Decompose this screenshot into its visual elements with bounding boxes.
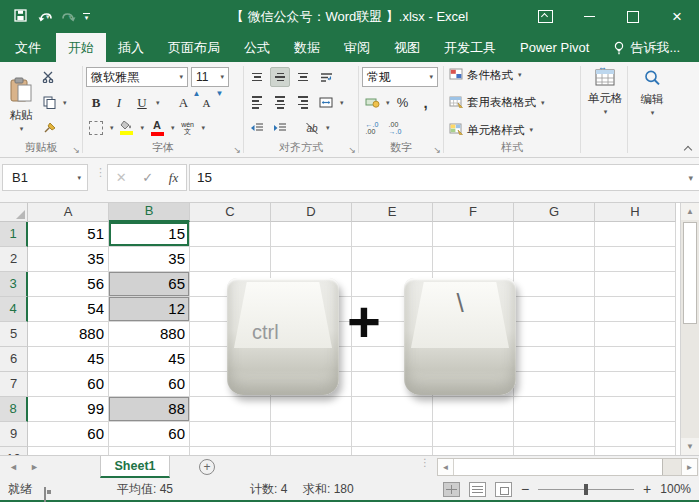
normal-view-icon[interactable] (443, 482, 460, 497)
horizontal-scroll-track[interactable] (663, 459, 681, 475)
increase-decimal-button[interactable]: ←.0.00 (362, 118, 382, 138)
conditional-formatting-button[interactable]: 条件格式 ▾ (447, 65, 524, 85)
cell-b3[interactable]: 65 (109, 272, 190, 297)
cell-d3[interactable] (271, 272, 352, 297)
zoom-out-icon[interactable]: − (521, 482, 529, 496)
increase-font-button[interactable]: A▲ (174, 93, 194, 113)
copy-button[interactable] (39, 93, 59, 113)
copy-dropdown-icon[interactable]: ▾ (63, 99, 67, 107)
cell-c4[interactable] (190, 297, 271, 322)
collapse-ribbon-icon[interactable] (684, 144, 691, 151)
align-middle-button[interactable] (270, 67, 290, 87)
tab-insert[interactable]: 插入 (106, 33, 156, 62)
tab-review[interactable]: 审阅 (332, 33, 382, 62)
tab-formulas[interactable]: 公式 (232, 33, 282, 62)
cell-b6[interactable]: 45 (109, 347, 190, 372)
font-color-button[interactable]: A (147, 118, 167, 138)
cell-d8[interactable] (271, 397, 352, 422)
cell-c9[interactable] (190, 422, 271, 447)
cell-f2[interactable] (433, 247, 514, 272)
row-header-10[interactable]: 10 (0, 447, 28, 455)
save-icon[interactable] (14, 9, 27, 25)
new-sheet-button[interactable]: + (199, 459, 215, 475)
scroll-right-icon[interactable]: ► (681, 459, 697, 475)
zoom-in-icon[interactable]: + (643, 482, 651, 496)
scroll-up-icon[interactable]: ▲ (681, 203, 699, 220)
column-header-d[interactable]: D (271, 203, 352, 222)
cell-g10[interactable] (514, 447, 595, 455)
cell-styles-button[interactable]: 单元格样式 ▾ (447, 120, 535, 140)
cell-e1[interactable] (352, 222, 433, 247)
number-dialog-launcher-icon[interactable]: ↘ (433, 146, 441, 155)
formula-bar-splitter[interactable]: ⋮ (95, 170, 99, 175)
macro-record-icon[interactable] (44, 484, 46, 502)
cell-f5[interactable] (433, 322, 514, 347)
row-header-6[interactable]: 6 (0, 347, 28, 372)
cell-e3[interactable] (352, 272, 433, 297)
undo-dropdown-icon[interactable]: ▾ (46, 13, 50, 21)
editing-dropdown-icon[interactable]: ▾ (651, 109, 655, 117)
cell-f8[interactable] (433, 397, 514, 422)
cell-f4[interactable] (433, 297, 514, 322)
phonetic-guide-button[interactable]: wén 文 (178, 118, 198, 138)
cell-a6[interactable]: 45 (28, 347, 109, 372)
cut-button[interactable] (39, 67, 59, 87)
cell-c6[interactable] (190, 347, 271, 372)
row-header-3[interactable]: 3 (0, 272, 28, 297)
next-sheet-icon[interactable]: ► (30, 462, 39, 472)
horizontal-scrollbar[interactable]: ◄ ► (437, 458, 698, 476)
cell-b1[interactable]: 15 (109, 222, 190, 247)
prev-sheet-icon[interactable]: ◄ (9, 462, 18, 472)
cell-g8[interactable] (514, 397, 595, 422)
italic-button[interactable]: I (109, 93, 129, 113)
cell-e2[interactable] (352, 247, 433, 272)
cell-h1[interactable] (595, 222, 676, 247)
cells-dropdown-icon[interactable]: ▾ (604, 108, 608, 116)
sign-in-button[interactable]: 登录 (692, 33, 699, 62)
cell-d2[interactable] (271, 247, 352, 272)
font-name-combo[interactable]: 微软雅黑▾ (86, 67, 188, 87)
cell-a1[interactable]: 51 (28, 222, 109, 247)
number-format-combo[interactable]: 常规▾ (362, 67, 438, 87)
paste-button[interactable]: 粘贴 ▾ (3, 65, 39, 140)
increase-indent-button[interactable] (270, 118, 290, 138)
borders-button[interactable] (86, 118, 106, 138)
tab-page-layout[interactable]: 页面布局 (156, 33, 232, 62)
cell-g1[interactable] (514, 222, 595, 247)
font-dialog-launcher-icon[interactable]: ↘ (233, 146, 241, 155)
cell-a4[interactable]: 54 (28, 297, 109, 322)
cell-g3[interactable] (514, 272, 595, 297)
expand-formula-bar-icon[interactable]: ▾ (688, 173, 693, 183)
cell-f6[interactable] (433, 347, 514, 372)
cell-d1[interactable] (271, 222, 352, 247)
row-header-9[interactable]: 9 (0, 422, 28, 447)
borders-dropdown-icon[interactable]: ▾ (110, 124, 114, 132)
alignment-dialog-launcher-icon[interactable]: ↘ (348, 146, 356, 155)
cell-f9[interactable] (433, 422, 514, 447)
zoom-slider-thumb[interactable] (584, 484, 588, 495)
cell-a2[interactable]: 35 (28, 247, 109, 272)
clipboard-dialog-launcher-icon[interactable]: ↘ (72, 146, 80, 155)
cell-c8[interactable] (190, 397, 271, 422)
align-top-button[interactable] (247, 67, 267, 87)
cell-d6[interactable] (271, 347, 352, 372)
cell-g2[interactable] (514, 247, 595, 272)
cell-f1[interactable] (433, 222, 514, 247)
decrease-decimal-button[interactable]: .00→.0 (385, 118, 405, 138)
column-header-e[interactable]: E (352, 203, 433, 222)
vertical-scroll-thumb[interactable] (683, 222, 697, 324)
percent-style-button[interactable]: % (393, 93, 413, 113)
cell-b5[interactable]: 880 (109, 322, 190, 347)
formula-input[interactable]: 15 ▾ (189, 164, 699, 191)
cell-h4[interactable] (595, 297, 676, 322)
merge-dropdown-icon[interactable]: ▾ (340, 99, 344, 107)
sheet-tab-sheet1[interactable]: Sheet1 (100, 456, 170, 478)
align-right-button[interactable] (293, 93, 313, 113)
align-left-button[interactable] (247, 93, 267, 113)
cell-b8[interactable]: 88 (109, 397, 190, 422)
page-layout-view-icon[interactable] (469, 482, 486, 497)
cell-c5[interactable] (190, 322, 271, 347)
insert-function-icon[interactable]: fx (169, 170, 178, 186)
cell-h2[interactable] (595, 247, 676, 272)
cell-c3[interactable] (190, 272, 271, 297)
